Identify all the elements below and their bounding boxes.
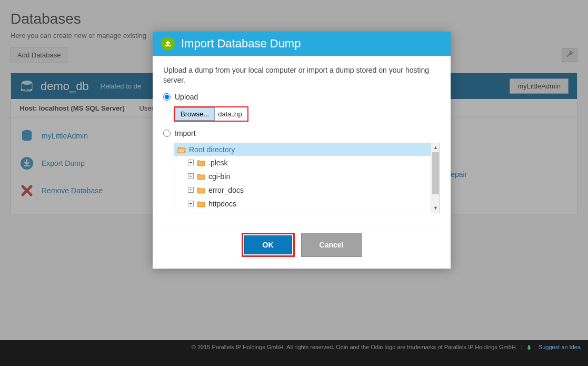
expand-icon[interactable]: + [188,201,194,206]
folder-icon [197,159,205,166]
import-dialog: Import Database Dump Upload a dump from … [153,32,451,269]
selected-filename: data.zip [215,107,247,121]
cancel-button[interactable]: Cancel [301,233,362,257]
ok-button[interactable]: OK [244,235,292,254]
footer-divider: | [521,344,523,350]
suggest-idea-link[interactable]: Suggest an Idea [539,344,581,350]
directory-tree: Root directory + .plesk + cgi-bin [174,143,440,213]
scroll-thumb[interactable] [432,152,439,194]
dialog-footer: OK Cancel [163,225,440,269]
footer: © 2015 Parallels IP Holdings GmbH. All r… [0,340,588,366]
copyright-text: © 2015 Parallels IP Holdings GmbH. All r… [192,344,517,350]
folder-icon [197,200,205,207]
upload-icon [161,37,175,51]
tree-item[interactable]: + cgi-bin [174,170,431,183]
import-radio[interactable] [163,130,171,137]
upload-file-group: Browse... data.zip [174,106,248,122]
tree-item-label: error_docs [208,186,244,194]
folder-icon [197,186,205,194]
tree-item-label: cgi-bin [208,172,230,181]
dialog-header: Import Database Dump [153,32,451,56]
folder-icon [197,173,205,180]
browse-button[interactable]: Browse... [175,107,215,121]
tree-item-label: .plesk [208,159,228,167]
tree-scrollbar[interactable]: ▲ ▼ [431,143,440,213]
upload-radio-label: Upload [175,93,198,101]
dialog-description: Upload a dump from your local computer o… [163,65,440,85]
tree-item[interactable]: + error_docs [174,183,431,197]
tree-item-label: httpdocs [208,200,236,208]
expand-icon[interactable]: + [188,173,194,179]
ok-highlight: OK [242,233,295,257]
tree-root-label: Root directory [189,145,235,154]
import-radio-row[interactable]: Import [163,129,440,137]
upload-radio-row[interactable]: Upload [163,93,440,101]
dialog-body: Upload a dump from your local computer o… [153,56,451,217]
scroll-down-icon[interactable]: ▼ [431,204,440,213]
svg-rect-6 [528,349,530,350]
expand-icon[interactable]: + [188,187,194,193]
upload-radio[interactable] [163,93,171,101]
tree-root-item[interactable]: Root directory [174,143,431,156]
expand-icon[interactable]: + [188,160,194,165]
scroll-up-icon[interactable]: ▲ [431,143,440,152]
import-radio-label: Import [175,129,196,137]
dialog-title: Import Database Dump [181,37,301,51]
lightbulb-icon [526,344,533,350]
tree-item[interactable]: + httpdocs [174,197,431,211]
folder-open-icon [177,146,186,153]
tree-item[interactable]: + .plesk [174,156,431,170]
